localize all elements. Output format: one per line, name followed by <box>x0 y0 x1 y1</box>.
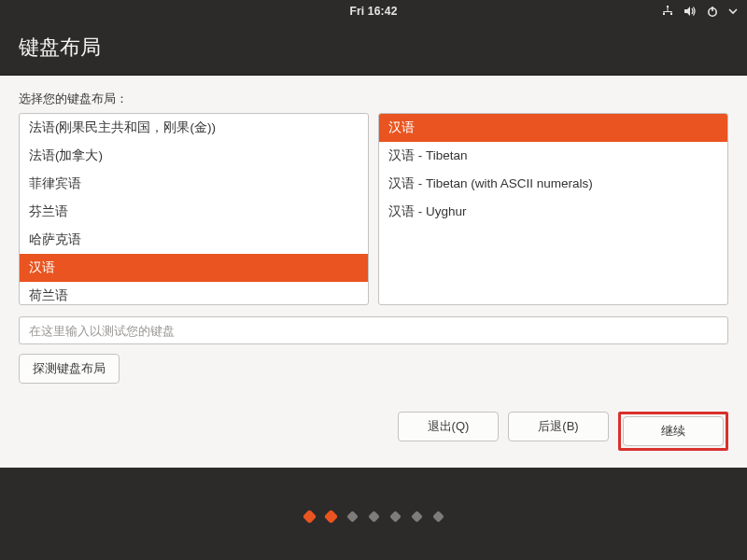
svg-rect-2 <box>670 13 672 15</box>
prompt-label: 选择您的键盘布局： <box>19 91 728 107</box>
variant-item[interactable]: 汉语 - Tibetan (with ASCII numerals) <box>379 170 727 198</box>
svg-rect-4 <box>664 11 672 12</box>
power-icon[interactable] <box>706 5 719 18</box>
top-menubar: Fri 16:42 <box>0 0 747 22</box>
step-dot <box>303 511 316 523</box>
language-item[interactable]: 法语(加拿大) <box>20 142 368 170</box>
clock: Fri 16:42 <box>349 5 397 18</box>
svg-rect-1 <box>663 13 665 15</box>
svg-rect-0 <box>667 6 669 7</box>
step-dot <box>346 511 359 523</box>
language-item[interactable]: 芬兰语 <box>20 198 368 226</box>
test-keyboard-input[interactable] <box>19 316 728 344</box>
svg-rect-6 <box>671 11 672 13</box>
step-dot <box>368 511 380 523</box>
quit-button[interactable]: 退出(Q) <box>398 412 499 441</box>
network-icon[interactable] <box>661 5 674 18</box>
installer-surface: 选择您的键盘布局： 法语(刚果民主共和国，刚果(金))法语(加拿大)菲律宾语芬兰… <box>0 76 747 468</box>
installer-header: 键盘布局 <box>0 22 747 76</box>
keyboard-layout-lists: 法语(刚果民主共和国，刚果(金))法语(加拿大)菲律宾语芬兰语哈萨克语汉语荷兰语… <box>19 113 728 305</box>
svg-marker-7 <box>684 7 690 16</box>
volume-icon[interactable] <box>684 5 697 18</box>
variant-item[interactable]: 汉语 - Tibetan <box>379 142 727 170</box>
step-dot <box>325 511 337 523</box>
language-listbox[interactable]: 法语(刚果民主共和国，刚果(金))法语(加拿大)菲律宾语芬兰语哈萨克语汉语荷兰语 <box>19 113 369 305</box>
step-dot <box>411 511 423 523</box>
language-item[interactable]: 哈萨克语 <box>20 226 368 254</box>
continue-button[interactable]: 继续 <box>623 416 724 446</box>
chevron-down-icon[interactable] <box>728 5 738 18</box>
detect-row: 探测键盘布局 <box>19 354 728 384</box>
variant-item[interactable]: 汉语 <box>379 114 727 142</box>
variant-item[interactable]: 汉语 - Uyghur <box>379 198 727 226</box>
language-item[interactable]: 荷兰语 <box>20 282 368 305</box>
system-tray <box>661 5 738 18</box>
language-item[interactable]: 汉语 <box>20 254 368 282</box>
svg-rect-3 <box>668 7 669 11</box>
step-dot <box>389 511 402 523</box>
detect-layout-button[interactable]: 探测键盘布局 <box>19 354 120 384</box>
page-title: 键盘布局 <box>19 35 101 59</box>
step-indicator <box>0 468 747 560</box>
svg-rect-5 <box>664 11 665 13</box>
step-dot <box>432 511 444 523</box>
language-item[interactable]: 法语(刚果民主共和国，刚果(金)) <box>20 114 368 142</box>
nav-buttons: 退出(Q) 后退(B) 继续 <box>398 412 728 451</box>
variant-listbox[interactable]: 汉语汉语 - Tibetan汉语 - Tibetan (with ASCII n… <box>378 113 728 305</box>
test-keyboard-row <box>19 316 728 344</box>
language-item[interactable]: 菲律宾语 <box>20 170 368 198</box>
continue-highlight: 继续 <box>618 412 728 451</box>
back-button[interactable]: 后退(B) <box>508 412 609 441</box>
